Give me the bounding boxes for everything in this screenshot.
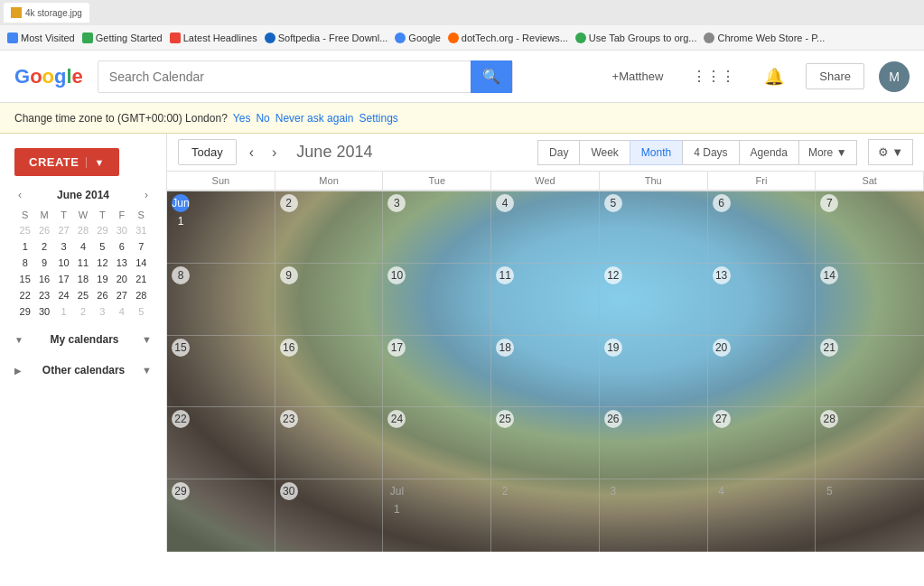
calendar-date-cell[interactable]: 9 <box>275 264 384 336</box>
mini-cal-day[interactable]: 30 <box>35 304 52 319</box>
mini-cal-day[interactable]: 17 <box>55 272 72 286</box>
notifications-button[interactable]: 🔔 <box>757 63 791 90</box>
calendar-date-cell[interactable]: 4 <box>491 191 600 264</box>
mini-cal-day[interactable]: 14 <box>133 256 150 270</box>
mini-cal-day[interactable]: 23 <box>35 288 52 302</box>
calendar-date-cell[interactable]: 14 <box>816 264 924 336</box>
mini-cal-day[interactable]: 18 <box>74 272 91 286</box>
mini-cal-day[interactable]: 28 <box>74 223 91 237</box>
calendar-date-cell[interactable]: 25 <box>491 407 600 479</box>
calendar-date-cell[interactable]: 23 <box>275 407 384 479</box>
mini-cal-day[interactable]: 12 <box>94 256 111 270</box>
calendar-date-cell[interactable]: 22 <box>167 407 275 479</box>
mini-cal-day[interactable]: 25 <box>16 223 33 237</box>
mini-cal-day[interactable]: 4 <box>113 304 130 319</box>
tz-no-link[interactable]: No <box>256 112 269 125</box>
tz-settings-link[interactable]: Settings <box>359 112 397 125</box>
view-4days-button[interactable]: 4 Days <box>682 140 739 165</box>
mini-cal-title[interactable]: June 2014 <box>57 189 109 201</box>
bookmark-tab-groups[interactable]: Use Tab Groups to org... <box>575 33 697 43</box>
mini-cal-day[interactable]: 8 <box>16 256 33 270</box>
calendar-date-cell[interactable]: 4 <box>708 479 817 552</box>
mini-cal-day[interactable]: 25 <box>74 288 91 302</box>
view-agenda-button[interactable]: Agenda <box>739 140 799 165</box>
mini-cal-day[interactable]: 26 <box>35 223 52 237</box>
mini-cal-day[interactable]: 26 <box>94 288 111 302</box>
mini-cal-day[interactable]: 27 <box>55 223 72 237</box>
calendar-date-cell[interactable]: Jul 1 <box>383 479 491 552</box>
calendar-date-cell[interactable]: 3 <box>383 191 491 264</box>
mini-cal-day[interactable]: 6 <box>113 239 130 254</box>
calendar-date-cell[interactable]: 20 <box>708 336 817 408</box>
calendar-date-cell[interactable]: 29 <box>167 479 275 552</box>
mini-cal-day[interactable]: 13 <box>113 256 130 270</box>
calendar-date-cell[interactable]: 2 <box>275 191 384 264</box>
more-button[interactable]: More ▼ <box>798 140 857 165</box>
calendar-date-cell[interactable]: 2 <box>491 479 600 552</box>
mini-cal-day[interactable]: 28 <box>133 288 150 302</box>
calendar-date-cell[interactable]: 24 <box>383 407 491 479</box>
mini-cal-day[interactable]: 16 <box>35 272 52 286</box>
calendar-date-cell[interactable]: 13 <box>708 264 817 336</box>
mini-cal-day[interactable]: 4 <box>74 239 91 254</box>
next-button[interactable]: › <box>266 144 282 162</box>
calendar-date-cell[interactable]: 7 <box>816 191 924 264</box>
calendar-date-cell[interactable]: Jun 1 <box>167 191 275 264</box>
create-button[interactable]: CREATE ▼ <box>14 148 119 176</box>
mini-cal-day[interactable]: 7 <box>133 239 150 254</box>
bookmark-softpedia[interactable]: Softpedia - Free Downl... <box>265 33 388 43</box>
mini-cal-day[interactable]: 3 <box>55 239 72 254</box>
mini-cal-day[interactable]: 24 <box>55 288 72 302</box>
calendar-date-cell[interactable]: 3 <box>600 479 708 552</box>
calendar-date-cell[interactable]: 26 <box>600 407 708 479</box>
other-calendars-header[interactable]: ▶ Other calendars ▼ <box>11 360 155 380</box>
calendar-date-cell[interactable]: 17 <box>383 336 491 408</box>
mini-cal-day[interactable]: 11 <box>74 256 91 270</box>
prev-button[interactable]: ‹ <box>244 144 259 162</box>
mini-cal-day[interactable]: 15 <box>16 272 33 286</box>
bookmark-dottech[interactable]: dotTech.org - Reviews... <box>448 33 568 43</box>
bookmark-google[interactable]: Google <box>395 33 440 43</box>
calendar-date-cell[interactable]: 11 <box>491 264 600 336</box>
mini-cal-day[interactable]: 27 <box>113 288 130 302</box>
user-profile-button[interactable]: +Matthew <box>605 66 671 87</box>
calendar-date-cell[interactable]: 27 <box>708 407 817 479</box>
mini-cal-day[interactable]: 10 <box>55 256 72 270</box>
calendar-date-cell[interactable]: 10 <box>383 264 491 336</box>
mini-cal-day[interactable]: 9 <box>35 256 52 270</box>
mini-cal-day[interactable]: 2 <box>35 239 52 254</box>
calendar-date-cell[interactable]: 5 <box>600 191 708 264</box>
mini-cal-day[interactable]: 1 <box>16 239 33 254</box>
mini-cal-day[interactable]: 1 <box>55 304 72 319</box>
bookmark-chrome-store[interactable]: Chrome Web Store - P... <box>704 33 825 43</box>
view-week-button[interactable]: Week <box>579 140 630 165</box>
calendar-date-cell[interactable]: 15 <box>167 336 275 408</box>
view-month-button[interactable]: Month <box>630 140 683 165</box>
bookmark-getting-started[interactable]: Getting Started <box>82 33 163 43</box>
mini-cal-day[interactable]: 2 <box>74 304 91 319</box>
calendar-date-cell[interactable]: 21 <box>816 336 924 408</box>
mini-next-button[interactable]: › <box>141 187 152 203</box>
other-calendars-dropdown-button[interactable]: ▼ <box>142 365 152 376</box>
search-input[interactable] <box>98 61 471 92</box>
mini-cal-day[interactable]: 22 <box>16 288 33 302</box>
mini-cal-day[interactable]: 29 <box>94 223 111 237</box>
calendar-date-cell[interactable]: 18 <box>491 336 600 408</box>
mini-cal-day[interactable]: 3 <box>94 304 111 319</box>
today-button[interactable]: Today <box>178 139 237 165</box>
mini-prev-button[interactable]: ‹ <box>14 187 25 203</box>
tab-item[interactable]: 4k storage.jpg <box>4 3 89 23</box>
mini-cal-day[interactable]: 21 <box>133 272 150 286</box>
calendar-date-cell[interactable]: 8 <box>167 264 275 336</box>
settings-button[interactable]: ⚙ ▼ <box>868 139 913 165</box>
bookmark-most-visited[interactable]: Most Visited <box>7 33 75 43</box>
mini-cal-day[interactable]: 5 <box>133 304 150 319</box>
tz-never-link[interactable]: Never ask again <box>275 112 354 125</box>
my-calendars-dropdown-button[interactable]: ▼ <box>142 334 152 345</box>
mini-cal-day[interactable]: 30 <box>113 223 130 237</box>
avatar[interactable]: M <box>879 61 910 92</box>
calendar-date-cell[interactable]: 30 <box>275 479 384 552</box>
mini-cal-day[interactable]: 20 <box>113 272 130 286</box>
mini-cal-day[interactable]: 31 <box>133 223 150 237</box>
bookmark-headlines[interactable]: Latest Headlines <box>170 33 257 43</box>
